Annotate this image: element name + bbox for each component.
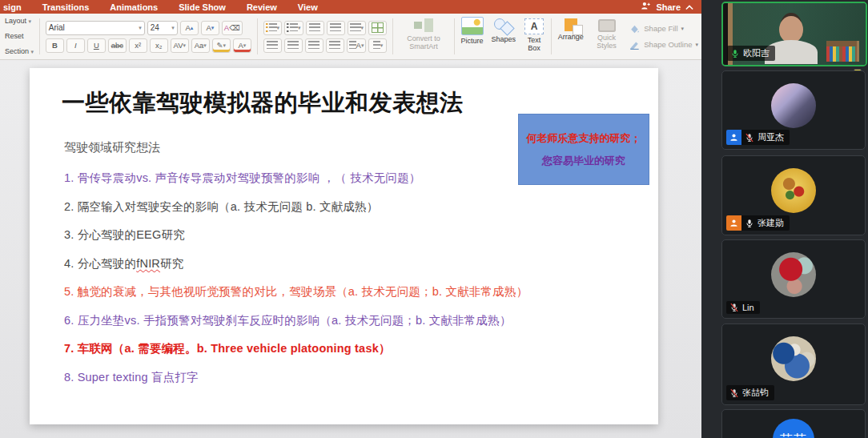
- quick-styles-button[interactable]: Quick Styles: [588, 14, 626, 59]
- mic-muted-icon: [729, 388, 739, 398]
- participant-tile[interactable]: 张喆钧: [721, 323, 866, 405]
- participant-tile[interactable]: 张建勋: [721, 155, 866, 235]
- tab-review[interactable]: Review: [247, 2, 277, 12]
- tab-design[interactable]: sign: [3, 2, 22, 12]
- table-grid-button[interactable]: [368, 21, 387, 35]
- mic-muted-icon: [729, 303, 739, 312]
- font-group: Arial▾ 24▾ A▴ A▾ A⌫ B I U abc x² x₂ A: [42, 14, 255, 59]
- underline-button[interactable]: U: [87, 38, 106, 53]
- callout-line-2: 您容易毕业的研究: [542, 154, 625, 168]
- meeting-participants-panel: 欧阳吉 周亚杰: [701, 0, 868, 438]
- font-size-select[interactable]: 24▾: [147, 21, 178, 35]
- text-direction-button[interactable]: A▾: [347, 38, 367, 53]
- participant-tile[interactable]: 周亚杰: [721, 70, 866, 150]
- smartart-icon: [414, 18, 433, 33]
- participant-tile[interactable]: Lin: [721, 239, 866, 319]
- justify-button[interactable]: [326, 38, 344, 53]
- shape-fill-button[interactable]: Shape Fill▾: [629, 22, 698, 35]
- change-case-button[interactable]: Aa▾: [191, 38, 210, 53]
- participant-name-tag: 周亚杰: [741, 130, 790, 145]
- subscript-button[interactable]: x₂: [150, 38, 168, 53]
- arrange-button[interactable]: Arrange: [554, 14, 588, 59]
- host-badge-blue: [726, 130, 741, 145]
- participant-tile-video[interactable]: 欧阳吉: [721, 2, 867, 66]
- shapes-icon: [493, 17, 514, 34]
- shrink-font-button[interactable]: A▾: [201, 21, 219, 35]
- bullet-list-button[interactable]: ▾: [263, 21, 283, 35]
- shape-format-group: Shape Fill▾ Shape Outline▾: [625, 14, 701, 59]
- insert-picture-button[interactable]: Picture: [457, 14, 488, 59]
- text-box-icon: A: [524, 18, 544, 34]
- picture-icon: [461, 17, 484, 35]
- list-item: 7. 车联网（a. 需要编程。b. Three vehicle platooni…: [64, 341, 528, 356]
- grow-font-button[interactable]: A▴: [180, 21, 199, 35]
- avatar: [771, 336, 816, 381]
- italic-button[interactable]: I: [66, 38, 85, 53]
- participant-name: 欧阳吉: [743, 47, 770, 59]
- ribbon-toolbar: Layout ▾ Reset Section ▾ Arial▾ 24▾ A▴ A…: [0, 14, 701, 60]
- quick-styles-icon: [598, 19, 616, 32]
- collapse-ribbon-icon[interactable]: [685, 2, 693, 12]
- paragraph-group: ▾ ▾ ▾ A▾ ▾: [260, 14, 391, 59]
- share-button[interactable]: Share: [656, 2, 681, 12]
- list-item: 4. 分心驾驶的fNIR研究: [64, 256, 528, 271]
- mic-on-icon: [745, 219, 754, 228]
- host-badge-orange: [726, 215, 741, 231]
- layout-button[interactable]: Layout ▾: [5, 15, 34, 27]
- insert-shapes-button[interactable]: Shapes: [488, 14, 520, 59]
- participant-name-tag: Lin: [726, 301, 760, 314]
- reset-button[interactable]: Reset: [5, 30, 34, 42]
- tab-view[interactable]: View: [298, 2, 318, 12]
- align-left-button[interactable]: [263, 38, 282, 53]
- powerpoint-window: sign Transitions Animations Slide Show R…: [0, 0, 701, 438]
- insert-text-box-button[interactable]: A Text Box: [520, 14, 549, 59]
- font-color-button[interactable]: A▾: [233, 38, 251, 53]
- participant-name: 张喆钧: [742, 387, 769, 399]
- decrease-indent-button[interactable]: [306, 21, 324, 35]
- strikethrough-button[interactable]: abc: [108, 38, 127, 53]
- person-icon: [729, 133, 738, 142]
- slide-title: 一些依靠驾驶模拟器的毕业和发表想法: [62, 87, 464, 119]
- slide-controls-group: Layout ▾ Reset Section ▾: [0, 14, 37, 59]
- convert-to-smartart-button[interactable]: Convert to SmartArt: [396, 14, 452, 59]
- avatar: [771, 168, 816, 213]
- slide-canvas: 一些依靠驾驶模拟器的毕业和发表想法 驾驶领域研究想法 1. 骨传导震动vs. 声…: [0, 60, 701, 438]
- tab-transitions[interactable]: Transitions: [42, 2, 90, 12]
- tab-animations[interactable]: Animations: [110, 2, 158, 12]
- increase-indent-button[interactable]: [327, 21, 345, 35]
- list-item: 2. 隔空输入对驾驶安全的影响（a. 技术无问题 b. 文献成熟）: [64, 199, 528, 215]
- slide[interactable]: 一些依靠驾驶模拟器的毕业和发表想法 驾驶领域研究想法 1. 骨传导震动vs. 声…: [30, 68, 658, 424]
- screen: sign Transitions Animations Slide Show R…: [0, 0, 868, 438]
- callout-box[interactable]: 何老师乐意支持的研究； 您容易毕业的研究: [518, 114, 649, 185]
- person-icon: [729, 219, 738, 227]
- tab-slide-show[interactable]: Slide Show: [179, 2, 226, 12]
- line-spacing-button[interactable]: ▾: [348, 21, 367, 35]
- bookshelf: [826, 41, 859, 62]
- list-item: 5. 触觉的衰减，与其他视听觉预警的对比，驾驶场景（a. 技术无问题；b. 文献…: [64, 284, 528, 299]
- shape-outline-icon: [629, 40, 641, 50]
- character-spacing-button[interactable]: AV▾: [171, 38, 189, 53]
- bold-button[interactable]: B: [46, 38, 64, 53]
- participant-name-tag: 张建勋: [741, 215, 790, 231]
- avatar: 艺艺: [773, 419, 814, 438]
- list-item: 1. 骨传导震动vs. 声音传导震动对驾驶预警的影响 ，（ 技术无问题）: [64, 171, 528, 186]
- clear-formatting-button[interactable]: A⌫: [222, 21, 243, 35]
- avatar: [771, 83, 816, 128]
- section-button[interactable]: Section ▾: [5, 46, 34, 58]
- slide-subtitle: 驾驶领域研究想法: [64, 140, 160, 155]
- align-center-button[interactable]: [284, 38, 303, 53]
- align-right-button[interactable]: [305, 38, 323, 53]
- highlight-color-button[interactable]: ✎▾: [212, 38, 231, 53]
- font-name-select[interactable]: Arial▾: [46, 21, 145, 35]
- callout-line-1: 何老师乐意支持的研究；: [527, 131, 641, 146]
- align-text-button[interactable]: ▾: [368, 38, 387, 53]
- mic-muted-icon: [745, 133, 754, 143]
- avatar-initials: 艺艺: [780, 432, 807, 438]
- numbered-list-button[interactable]: ▾: [284, 21, 303, 35]
- superscript-button[interactable]: x²: [129, 38, 147, 53]
- shape-outline-button[interactable]: Shape Outline▾: [629, 38, 698, 51]
- shape-fill-icon: [629, 24, 641, 34]
- participant-name-tag: 张喆钧: [726, 385, 774, 400]
- participant-tile[interactable]: 艺艺: [721, 409, 866, 438]
- participant-name: 周亚杰: [757, 131, 784, 143]
